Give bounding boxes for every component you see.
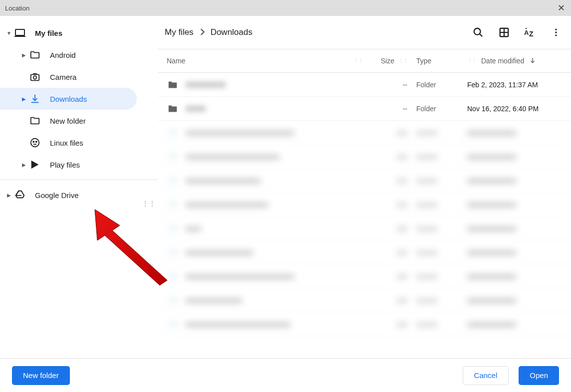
column-name[interactable]: Name ⋮⋮ (167, 57, 367, 65)
svg-text:Z: Z (529, 30, 534, 38)
column-date-label: Date modified (481, 57, 524, 65)
file-row[interactable]: XXXX -- Folder Nov 16, 2022, 6:40 PM (158, 97, 571, 121)
sidebar-item-new-folder[interactable]: New folder (0, 110, 137, 132)
sidebar-item-label: Google Drive (35, 191, 79, 199)
window-title: Location (5, 4, 29, 12)
sidebar-item-label: Android (50, 51, 76, 59)
file-row-redacted: 📄xxxxxxxxxxxxxxxxxxxxxxxxxxxxxxxxxxxxxxx… (158, 145, 571, 169)
svg-text:A: A (524, 29, 529, 36)
breadcrumb-item[interactable]: Downloads (211, 27, 253, 37)
svg-point-7 (474, 28, 481, 35)
sidebar-item-label: Camera (50, 73, 76, 81)
sidebar-divider (0, 180, 158, 180)
svg-rect-2 (31, 74, 39, 80)
file-row[interactable]: XXXXXXXX -- Folder Feb 2, 2023, 11:37 AM (158, 73, 571, 97)
svg-point-15 (555, 29, 557, 30)
toolbar: My files Downloads AZ (158, 16, 571, 49)
sidebar: ▼ My files ▶ Android Camera ▶ Do (0, 16, 158, 358)
svg-rect-0 (15, 29, 24, 35)
folder-icon (29, 49, 41, 61)
laptop-icon (14, 27, 26, 39)
column-resize-icon[interactable]: ⋮⋮ (398, 58, 407, 64)
table-header: Name ⋮⋮ Size ⋮⋮ Type ⋮⋮ Date modified (158, 49, 571, 73)
footer: New folder Cancel Open (0, 358, 571, 392)
folder-icon (167, 103, 179, 115)
caret-right-icon[interactable]: ▶ (19, 96, 29, 102)
breadcrumb: My files Downloads (165, 27, 253, 37)
camera-icon (29, 71, 41, 83)
file-row-redacted: 📄xxxxxxxxxxxxxxxxxxxxxxxxxxxxxxxxxxxxxxx… (158, 240, 571, 264)
chevron-right-icon (200, 28, 205, 37)
new-folder-button[interactable]: New folder (12, 366, 70, 385)
content-panel: My files Downloads AZ (158, 16, 571, 358)
sidebar-item-android[interactable]: ▶ Android (0, 44, 137, 66)
svg-point-17 (555, 34, 557, 36)
file-type: Folder (407, 105, 467, 113)
svg-point-5 (33, 141, 34, 142)
file-name: XXXXXXXX (186, 80, 226, 89)
search-icon[interactable] (472, 26, 484, 38)
sort-desc-icon[interactable] (529, 57, 536, 65)
file-row-redacted: 📄xxxxxxxxxxxxxxxxxxxxxxxxxxxxxxxxxxxxxx (158, 288, 571, 312)
column-date[interactable]: ⋮⋮ Date modified (467, 57, 562, 65)
column-name-label: Name (167, 57, 185, 65)
file-name: XXXX (186, 104, 206, 113)
svg-point-4 (31, 139, 39, 147)
toolbar-actions: AZ (472, 26, 562, 38)
drag-handle-icon[interactable]: ⋮⋮ (142, 199, 156, 207)
file-row-redacted: 📄xxxxxxxxxxxxxxxxxxxxxxxxxxxxxxxxxxxxxxx… (158, 169, 571, 193)
svg-point-16 (555, 31, 557, 33)
column-type[interactable]: Type (407, 57, 467, 65)
file-size: -- (367, 81, 407, 89)
sidebar-item-play[interactable]: ▶ Play files (0, 154, 137, 176)
column-size-label: Size (381, 57, 394, 65)
caret-right-icon[interactable]: ▶ (4, 193, 14, 198)
open-button[interactable]: Open (519, 366, 559, 385)
file-row-redacted: 📄xxxxxxxxxxxxxxxxxxxxxxxxxxxxxxxxxxxxxxx… (158, 193, 571, 216)
folder-icon (167, 79, 179, 91)
close-icon[interactable]: ✕ (556, 2, 566, 13)
svg-point-14 (526, 28, 527, 29)
file-date: Nov 16, 2022, 6:40 PM (467, 105, 562, 113)
cancel-button[interactable]: Cancel (463, 366, 509, 385)
grid-view-icon[interactable] (498, 26, 510, 38)
breadcrumb-item[interactable]: My files (165, 27, 194, 37)
svg-point-6 (36, 141, 37, 142)
sidebar-item-label: Downloads (50, 95, 87, 103)
linux-icon (29, 137, 41, 149)
svg-point-3 (33, 76, 36, 79)
sidebar-item-linux[interactable]: Linux files (0, 132, 137, 154)
file-row-redacted: 📄xxxxxxxxxxxxxxxxxxxxxxxxxxx (158, 216, 571, 240)
column-type-label: Type (416, 57, 431, 65)
caret-down-icon[interactable]: ▼ (4, 30, 14, 36)
column-size[interactable]: Size ⋮⋮ (367, 57, 407, 65)
sidebar-item-label: New folder (50, 117, 86, 125)
file-row-redacted: 📄xxxxxxxxxxxxxxxxxxxxxxxxxxxxxxxxxxxxxxx… (158, 312, 571, 336)
sidebar-item-label: Play files (50, 161, 80, 169)
more-icon[interactable] (550, 26, 562, 38)
sidebar-item-camera[interactable]: Camera (0, 66, 137, 88)
sidebar-item-google-drive[interactable]: ▶ Google Drive (0, 184, 137, 206)
sidebar-root-my-files[interactable]: ▼ My files (0, 22, 137, 44)
caret-right-icon[interactable]: ▶ (19, 52, 29, 58)
play-icon (29, 159, 41, 171)
titlebar: Location ✕ (0, 0, 571, 16)
sort-az-icon[interactable]: AZ (524, 26, 536, 38)
sidebar-item-label: Linux files (50, 139, 83, 147)
column-resize-icon[interactable]: ⋮⋮ (467, 58, 476, 64)
caret-right-icon[interactable]: ▶ (19, 162, 29, 168)
main-area: ▼ My files ▶ Android Camera ▶ Do (0, 16, 571, 358)
file-list: XXXXXXXX -- Folder Feb 2, 2023, 11:37 AM… (158, 73, 571, 358)
sidebar-root-label: My files (35, 29, 62, 37)
download-icon (29, 93, 41, 105)
file-row-redacted: 📄xxxxxxxxxxxxxxxxxxxxxxxxxxxxxxxxxxxxxxx… (158, 121, 571, 145)
file-size: -- (367, 105, 407, 113)
svg-line-8 (480, 34, 483, 37)
file-date: Feb 2, 2023, 11:37 AM (467, 81, 562, 89)
folder-icon (29, 115, 41, 127)
sidebar-item-downloads[interactable]: ▶ Downloads (0, 88, 137, 110)
google-drive-icon (14, 189, 26, 201)
file-row-redacted: 📄xxxxxxxxxxxxxxxxxxxxxxxxxxxxxxxxxxxxxxx… (158, 264, 571, 288)
file-type: Folder (407, 81, 467, 89)
column-resize-icon[interactable]: ⋮⋮ (353, 58, 362, 64)
